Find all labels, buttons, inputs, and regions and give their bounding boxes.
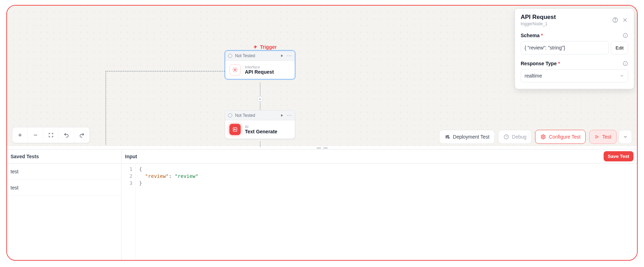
info-icon: [623, 61, 628, 66]
close-panel-button[interactable]: [622, 17, 628, 23]
trigger-label-text: Trigger: [260, 44, 277, 50]
inspector-subtitle: triggerNode_1: [521, 21, 556, 26]
test-dropdown-button[interactable]: [619, 130, 632, 144]
response-type-field: Response Type * realtime: [521, 61, 628, 82]
test-label: Test: [602, 134, 611, 140]
node-body: Interface API Request: [225, 61, 295, 79]
node-api-request[interactable]: Not Tested ⋯ Interface API Request: [225, 51, 295, 79]
canvas-toolbar: [12, 127, 90, 143]
redo-icon: [79, 132, 85, 138]
required-marker: *: [558, 61, 560, 66]
interface-icon: [229, 64, 241, 75]
bottom-panel: Saved Tests test test Input Save Test 12…: [7, 149, 637, 260]
deployment-test-label: Deployment Test: [453, 134, 489, 140]
response-type-label: Response Type: [521, 61, 557, 66]
app-frame: Trigger Not Tested ⋯ Interface API Reque…: [6, 5, 638, 261]
input-panel: Input Save Test 123 { "review": "review"…: [122, 149, 637, 260]
schema-input[interactable]: [521, 41, 609, 54]
svg-point-2: [448, 135, 449, 136]
response-type-select[interactable]: realtime: [521, 69, 628, 82]
schema-edit-button[interactable]: Edit: [611, 41, 628, 54]
saved-test-label: test: [11, 185, 19, 191]
node-header: Not Tested ⋯: [225, 111, 295, 120]
debug-button[interactable]: Debug: [498, 130, 532, 144]
saved-test-item[interactable]: test: [7, 163, 121, 180]
deployment-test-button[interactable]: Deployment Test: [439, 130, 495, 144]
save-test-button[interactable]: Save Test: [604, 151, 633, 161]
status-indicator-icon: [228, 54, 232, 58]
schema-field: Schema * Edit: [521, 33, 628, 54]
help-icon: [612, 17, 618, 23]
run-node-button[interactable]: [280, 54, 284, 58]
configure-test-button[interactable]: Configure Test: [535, 130, 586, 144]
close-icon: [622, 17, 628, 23]
gauge-icon: [503, 134, 509, 140]
saved-tests-title: Saved Tests: [7, 149, 121, 163]
sliders-icon: [444, 134, 450, 140]
required-marker: *: [541, 33, 543, 38]
svg-point-3: [446, 136, 447, 138]
configure-test-label: Configure Test: [549, 134, 580, 140]
status-indicator-icon: [228, 113, 232, 118]
node-title: Text Generate: [245, 129, 277, 134]
json-editor[interactable]: 123 { "review": "review" }: [122, 163, 637, 260]
node-category: Interface: [245, 65, 274, 69]
node-category: AI: [245, 125, 277, 129]
test-button[interactable]: Test: [589, 130, 617, 144]
editor-gutter: 123: [122, 163, 136, 260]
play-outline-icon: [594, 134, 599, 139]
node-header: Not Tested ⋯: [225, 51, 295, 61]
node-menu-button[interactable]: ⋯: [287, 113, 292, 118]
ai-icon: [229, 124, 241, 135]
node-connector-tail: [260, 141, 260, 147]
chevron-down-icon: [623, 134, 628, 139]
add-node-button[interactable]: +: [257, 96, 263, 102]
inspector-title: API Request: [521, 14, 556, 21]
trigger-label: Trigger: [253, 44, 277, 50]
test-split-button: Test: [589, 130, 632, 144]
chevron-down-icon: [619, 73, 624, 78]
redo-button[interactable]: [74, 127, 90, 143]
bolt-icon: [253, 45, 258, 49]
zoom-out-button[interactable]: [28, 127, 43, 143]
node-title: API Request: [245, 69, 274, 75]
schema-info-button[interactable]: [623, 33, 628, 38]
run-node-button[interactable]: [280, 113, 284, 118]
svg-point-8: [615, 21, 615, 21]
inspector-panel: API Request triggerNode_1 Schema *: [515, 8, 634, 89]
play-icon: [280, 113, 284, 118]
plus-icon: [17, 132, 23, 138]
connector-dash-horizontal: [105, 71, 225, 72]
gear-icon: [540, 134, 546, 140]
saved-test-item[interactable]: test: [7, 180, 121, 196]
input-header: Input Save Test: [122, 149, 637, 163]
minus-icon: [33, 132, 38, 138]
undo-button[interactable]: [59, 127, 74, 143]
node-menu-button[interactable]: ⋯: [287, 53, 292, 59]
response-type-value: realtime: [525, 73, 542, 79]
response-type-info-button[interactable]: [623, 61, 628, 66]
schema-label: Schema: [521, 33, 540, 38]
node-body: AI Text Generate: [225, 120, 295, 139]
play-icon: [280, 54, 284, 58]
help-button[interactable]: [612, 17, 618, 23]
connector-dash-vertical: [105, 71, 106, 145]
zoom-in-button[interactable]: [12, 127, 28, 143]
undo-icon: [64, 132, 69, 138]
editor-code[interactable]: { "review": "review" }: [136, 163, 637, 260]
saved-tests-panel: Saved Tests test test: [7, 149, 122, 260]
fit-view-button[interactable]: [43, 127, 59, 143]
debug-label: Debug: [512, 134, 526, 140]
svg-point-4: [448, 138, 449, 139]
svg-point-0: [234, 69, 236, 71]
svg-point-6: [542, 136, 544, 138]
run-toolbar: Deployment Test Debug Configure Test Tes…: [439, 130, 632, 144]
input-title: Input: [125, 154, 137, 159]
node-status-text: Not Tested: [235, 53, 255, 58]
node-status-text: Not Tested: [235, 113, 255, 118]
node-text-generate[interactable]: Not Tested ⋯ AI Text Generate: [225, 110, 295, 139]
saved-test-label: test: [11, 169, 19, 174]
info-icon: [623, 33, 628, 38]
expand-icon: [48, 132, 54, 138]
